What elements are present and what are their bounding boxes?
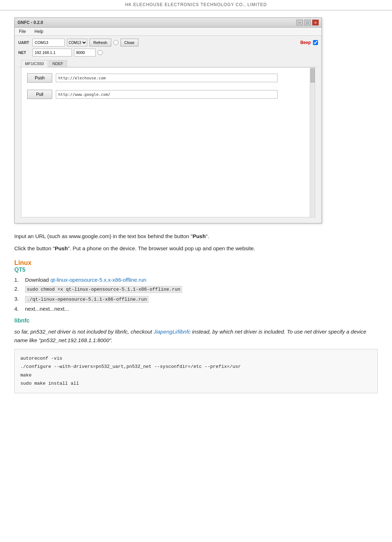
company-title: HK ELECHOUSE ELECTRONICS TECHNOLOGY CO.,… [125, 2, 267, 7]
net-label: NET [18, 50, 30, 55]
tab-bar: MF1ICS50 NDEF [18, 59, 318, 67]
uart-radio[interactable] [113, 40, 118, 45]
code-run: ./qt-linux-opensource-5.1.1-x86-offline.… [25, 296, 148, 303]
application-window: GNFC - 0.2.0 ─ □ ✕ File Help UART COM13 … [14, 18, 322, 223]
net-radio[interactable] [98, 50, 103, 55]
libnfc-heading: libnfc [14, 317, 378, 324]
list-item-4: 4. next...next...next... [14, 306, 378, 312]
tab-content-mf1ics50: Push Pull [21, 67, 315, 217]
close-window-button[interactable]: ✕ [312, 20, 319, 25]
controls-area: UART COM13 Refresh Close Beep NET [15, 36, 322, 223]
close-button[interactable]: Close [121, 39, 138, 46]
code-line-3: make [20, 371, 372, 379]
code-line-4: sudo make install all [20, 379, 372, 388]
list-next: next...next...next... [25, 306, 69, 312]
net-ip-input[interactable] [33, 49, 72, 56]
push-url-input[interactable] [56, 74, 278, 82]
list-item-2: 2. sudo chmod +x qt-linux-opensource-5.1… [14, 286, 378, 293]
code-line-2: ./configure --with-drivers=pn532_uart,pn… [20, 363, 372, 371]
minimize-button[interactable]: ─ [297, 20, 303, 25]
window-titlebar: GNFC - 0.2.0 ─ □ ✕ [15, 18, 322, 28]
pull-url-input[interactable] [56, 90, 278, 99]
scrollbar[interactable] [310, 68, 315, 217]
beep-label: Beep [300, 40, 311, 45]
uart-port-dropdown[interactable]: COM13 [67, 39, 87, 46]
code-chmod: sudo chmod +x qt-linux-opensource-5.1.1-… [25, 286, 182, 293]
menu-file[interactable]: File [18, 29, 27, 34]
uart-row: UART COM13 Refresh Close Beep [18, 39, 318, 46]
page-header: HK ELECHOUSE ELECTRONICS TECHNOLOGY CO.,… [0, 0, 392, 10]
tab-mf1ics50[interactable]: MF1ICS50 [21, 60, 48, 67]
menubar: File Help [15, 28, 322, 36]
tab-ndef[interactable]: NDEF [49, 60, 67, 67]
pull-button[interactable]: Pull [27, 90, 52, 99]
uart-port-input[interactable] [33, 39, 65, 46]
linux-heading: Linux [14, 259, 378, 267]
libnfc-description: so far, pn532_net driver is not included… [14, 327, 378, 345]
refresh-button[interactable]: Refresh [89, 39, 111, 46]
jiapeng-link[interactable]: JiapengLi/libnfc [153, 329, 190, 335]
push-row: Push [27, 73, 309, 83]
code-line-1: autoreconf -vis [20, 354, 372, 363]
uart-label: UART [18, 40, 30, 45]
qt5-heading: QT5 [14, 267, 378, 273]
paragraph-1: Input an URL (such as www.google.com) in… [14, 232, 378, 241]
qt-download-link[interactable]: qt-linux-opensource-5.x.x-x86-offline.ru… [50, 277, 146, 283]
list-item-3: 3. ./qt-linux-opensource-5.1.1-x86-offli… [14, 296, 378, 303]
menu-help[interactable]: Help [33, 29, 45, 34]
linux-list: 1. Download qt-linux-opensource-5.x.x-x8… [14, 277, 378, 312]
net-port-input[interactable] [74, 49, 95, 56]
scrollbar-thumb[interactable] [310, 68, 315, 83]
main-content: GNFC - 0.2.0 ─ □ ✕ File Help UART COM13 … [0, 10, 392, 408]
window-title: GNFC - 0.2.0 [18, 20, 43, 25]
window-controls: ─ □ ✕ [297, 20, 319, 25]
code-block: autoreconf -vis ./configure --with-drive… [14, 349, 378, 393]
maximize-button[interactable]: □ [304, 20, 311, 25]
push-button[interactable]: Push [27, 73, 52, 83]
beep-checkbox[interactable] [313, 40, 318, 45]
net-row: NET [18, 49, 318, 56]
list-item-1: 1. Download qt-linux-opensource-5.x.x-x8… [14, 277, 378, 283]
paragraph-2: Click the button "Push". Put a phone on … [14, 244, 378, 253]
pull-row: Pull [27, 90, 309, 99]
